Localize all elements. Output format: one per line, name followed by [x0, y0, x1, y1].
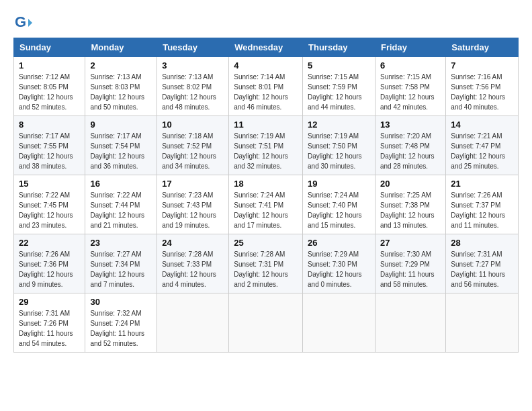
calendar-cell: 5Sunrise: 7:15 AM Sunset: 7:59 PM Daylig… — [303, 57, 375, 116]
week-row-3: 15Sunrise: 7:22 AM Sunset: 7:45 PM Dayli… — [14, 175, 519, 234]
column-header-sunday: Sunday — [14, 38, 85, 57]
day-info: Sunrise: 7:14 AM Sunset: 8:01 PM Dayligh… — [234, 72, 298, 112]
day-number: 14 — [451, 120, 513, 130]
svg-marker-1 — [28, 19, 32, 27]
column-header-friday: Friday — [375, 38, 445, 57]
calendar-cell: 1Sunrise: 7:12 AM Sunset: 8:05 PM Daylig… — [14, 57, 85, 116]
calendar-cell: 24Sunrise: 7:28 AM Sunset: 7:33 PM Dayli… — [157, 234, 229, 293]
day-info: Sunrise: 7:15 AM Sunset: 7:59 PM Dayligh… — [308, 72, 370, 112]
column-header-thursday: Thursday — [303, 38, 375, 57]
day-info: Sunrise: 7:22 AM Sunset: 7:44 PM Dayligh… — [90, 190, 152, 230]
calendar-cell: 14Sunrise: 7:21 AM Sunset: 7:47 PM Dayli… — [446, 116, 519, 175]
day-info: Sunrise: 7:28 AM Sunset: 7:31 PM Dayligh… — [234, 249, 298, 289]
calendar-cell: 10Sunrise: 7:18 AM Sunset: 7:52 PM Dayli… — [157, 116, 229, 175]
day-number: 8 — [19, 120, 80, 130]
day-number: 28 — [451, 238, 513, 248]
calendar-cell: 16Sunrise: 7:22 AM Sunset: 7:44 PM Dayli… — [85, 175, 157, 234]
day-info: Sunrise: 7:24 AM Sunset: 7:41 PM Dayligh… — [234, 190, 298, 230]
day-info: Sunrise: 7:26 AM Sunset: 7:37 PM Dayligh… — [451, 190, 513, 230]
calendar-cell: 6Sunrise: 7:15 AM Sunset: 7:58 PM Daylig… — [375, 57, 445, 116]
day-number: 10 — [162, 120, 224, 130]
day-number: 24 — [162, 238, 224, 248]
day-number: 16 — [90, 179, 152, 189]
day-info: Sunrise: 7:15 AM Sunset: 7:58 PM Dayligh… — [380, 72, 441, 112]
week-row-4: 22Sunrise: 7:26 AM Sunset: 7:36 PM Dayli… — [14, 234, 519, 293]
calendar-cell: 21Sunrise: 7:26 AM Sunset: 7:37 PM Dayli… — [446, 175, 519, 234]
calendar-cell: 13Sunrise: 7:20 AM Sunset: 7:48 PM Dayli… — [375, 116, 445, 175]
day-info: Sunrise: 7:13 AM Sunset: 8:03 PM Dayligh… — [90, 72, 152, 112]
day-number: 6 — [380, 60, 441, 71]
calendar-cell — [229, 293, 303, 353]
calendar-cell: 23Sunrise: 7:27 AM Sunset: 7:34 PM Dayli… — [85, 234, 157, 293]
day-info: Sunrise: 7:12 AM Sunset: 8:05 PM Dayligh… — [19, 72, 80, 112]
day-number: 22 — [19, 238, 80, 248]
calendar-cell: 27Sunrise: 7:30 AM Sunset: 7:29 PM Dayli… — [375, 234, 445, 293]
day-info: Sunrise: 7:29 AM Sunset: 7:30 PM Dayligh… — [308, 249, 370, 289]
calendar-cell: 2Sunrise: 7:13 AM Sunset: 8:03 PM Daylig… — [85, 57, 157, 116]
day-number: 27 — [380, 238, 441, 248]
calendar-cell: 7Sunrise: 7:16 AM Sunset: 7:56 PM Daylig… — [446, 57, 519, 116]
day-info: Sunrise: 7:20 AM Sunset: 7:48 PM Dayligh… — [380, 131, 441, 171]
calendar-cell: 4Sunrise: 7:14 AM Sunset: 8:01 PM Daylig… — [229, 57, 303, 116]
day-info: Sunrise: 7:26 AM Sunset: 7:36 PM Dayligh… — [19, 249, 80, 289]
logo: G — [13, 13, 35, 32]
day-info: Sunrise: 7:18 AM Sunset: 7:52 PM Dayligh… — [162, 131, 224, 171]
column-header-saturday: Saturday — [446, 38, 519, 57]
day-number: 15 — [19, 179, 80, 189]
calendar-cell: 29Sunrise: 7:31 AM Sunset: 7:26 PM Dayli… — [14, 293, 85, 353]
calendar-cell: 12Sunrise: 7:19 AM Sunset: 7:50 PM Dayli… — [303, 116, 375, 175]
header: G — [13, 13, 519, 32]
day-info: Sunrise: 7:17 AM Sunset: 7:54 PM Dayligh… — [90, 131, 152, 171]
calendar-cell: 8Sunrise: 7:17 AM Sunset: 7:55 PM Daylig… — [14, 116, 85, 175]
day-info: Sunrise: 7:24 AM Sunset: 7:40 PM Dayligh… — [308, 190, 370, 230]
day-info: Sunrise: 7:13 AM Sunset: 8:02 PM Dayligh… — [162, 72, 224, 112]
day-number: 7 — [451, 60, 513, 71]
calendar-cell: 15Sunrise: 7:22 AM Sunset: 7:45 PM Dayli… — [14, 175, 85, 234]
day-number: 5 — [308, 60, 370, 71]
column-header-tuesday: Tuesday — [157, 38, 229, 57]
day-number: 9 — [90, 120, 152, 130]
day-number: 25 — [234, 238, 298, 248]
day-number: 26 — [308, 238, 370, 248]
day-info: Sunrise: 7:25 AM Sunset: 7:38 PM Dayligh… — [380, 190, 441, 230]
day-info: Sunrise: 7:23 AM Sunset: 7:43 PM Dayligh… — [162, 190, 224, 230]
calendar-cell: 26Sunrise: 7:29 AM Sunset: 7:30 PM Dayli… — [303, 234, 375, 293]
calendar-cell: 25Sunrise: 7:28 AM Sunset: 7:31 PM Dayli… — [229, 234, 303, 293]
calendar-cell: 20Sunrise: 7:25 AM Sunset: 7:38 PM Dayli… — [375, 175, 445, 234]
calendar-cell: 17Sunrise: 7:23 AM Sunset: 7:43 PM Dayli… — [157, 175, 229, 234]
day-info: Sunrise: 7:16 AM Sunset: 7:56 PM Dayligh… — [451, 72, 513, 112]
day-info: Sunrise: 7:31 AM Sunset: 7:26 PM Dayligh… — [19, 308, 80, 349]
day-number: 4 — [234, 60, 298, 71]
day-info: Sunrise: 7:19 AM Sunset: 7:50 PM Dayligh… — [308, 131, 370, 171]
day-info: Sunrise: 7:17 AM Sunset: 7:55 PM Dayligh… — [19, 131, 80, 171]
day-info: Sunrise: 7:31 AM Sunset: 7:27 PM Dayligh… — [451, 249, 513, 289]
calendar-cell: 11Sunrise: 7:19 AM Sunset: 7:51 PM Dayli… — [229, 116, 303, 175]
calendar-table: SundayMondayTuesdayWednesdayThursdayFrid… — [13, 38, 519, 353]
calendar-cell: 19Sunrise: 7:24 AM Sunset: 7:40 PM Dayli… — [303, 175, 375, 234]
day-info: Sunrise: 7:32 AM Sunset: 7:24 PM Dayligh… — [90, 308, 152, 349]
column-header-monday: Monday — [85, 38, 157, 57]
day-number: 13 — [380, 120, 441, 130]
day-number: 1 — [19, 60, 80, 71]
column-header-wednesday: Wednesday — [229, 38, 303, 57]
day-number: 29 — [19, 297, 80, 307]
day-number: 23 — [90, 238, 152, 248]
calendar-cell — [157, 293, 229, 353]
calendar-cell: 28Sunrise: 7:31 AM Sunset: 7:27 PM Dayli… — [446, 234, 519, 293]
logo-icon: G — [13, 13, 32, 32]
calendar-cell — [446, 293, 519, 353]
day-info: Sunrise: 7:27 AM Sunset: 7:34 PM Dayligh… — [90, 249, 152, 289]
calendar-cell: 18Sunrise: 7:24 AM Sunset: 7:41 PM Dayli… — [229, 175, 303, 234]
day-info: Sunrise: 7:30 AM Sunset: 7:29 PM Dayligh… — [380, 249, 441, 289]
calendar-cell: 22Sunrise: 7:26 AM Sunset: 7:36 PM Dayli… — [14, 234, 85, 293]
day-number: 20 — [380, 179, 441, 189]
day-info: Sunrise: 7:21 AM Sunset: 7:47 PM Dayligh… — [451, 131, 513, 171]
day-number: 12 — [308, 120, 370, 130]
calendar-cell: 9Sunrise: 7:17 AM Sunset: 7:54 PM Daylig… — [85, 116, 157, 175]
day-number: 18 — [234, 179, 298, 189]
day-info: Sunrise: 7:22 AM Sunset: 7:45 PM Dayligh… — [19, 190, 80, 230]
week-row-1: 1Sunrise: 7:12 AM Sunset: 8:05 PM Daylig… — [14, 57, 519, 116]
day-number: 3 — [162, 60, 224, 71]
calendar-cell: 30Sunrise: 7:32 AM Sunset: 7:24 PM Dayli… — [85, 293, 157, 353]
calendar-header-row: SundayMondayTuesdayWednesdayThursdayFrid… — [14, 38, 519, 57]
